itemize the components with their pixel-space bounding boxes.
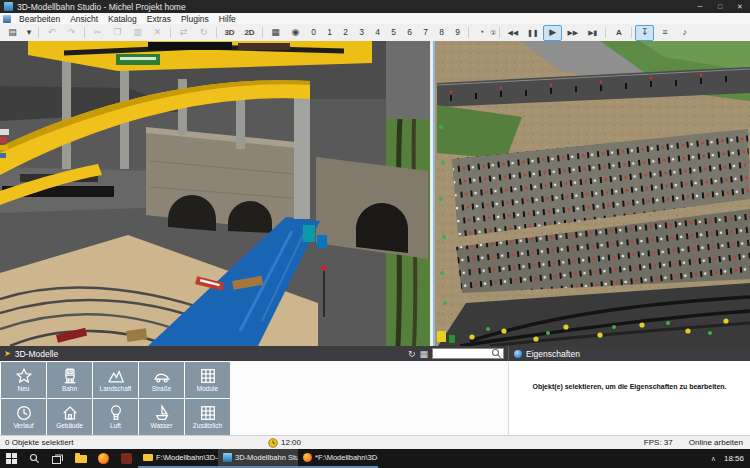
catalog-tile-luft[interactable]: Luft — [93, 399, 138, 435]
camera-preset-6[interactable]: 6 — [402, 25, 417, 41]
play-button[interactable]: ▶ — [543, 25, 562, 41]
catalog-tile-wasser[interactable]: Wasser — [139, 399, 184, 435]
save-dropdown-icon[interactable]: ▾ — [23, 25, 35, 41]
grid-icon[interactable]: ▦ — [266, 25, 285, 41]
pause-button[interactable]: ❚❚ — [523, 25, 542, 41]
menu-extras[interactable]: Extras — [142, 14, 176, 24]
copy-icon[interactable]: ❐ — [108, 25, 127, 41]
refresh-icon[interactable]: ↻ — [408, 349, 416, 359]
catalog-tile-module[interactable]: Module — [185, 362, 230, 398]
fps-counter: FPS: 37 — [644, 438, 673, 447]
taskbar-window-label: F:\Modellbahn\3D-M... — [156, 453, 218, 462]
rewind-button[interactable]: ◀◀ — [503, 25, 522, 41]
house-icon — [61, 404, 79, 422]
catalog-tile-landschaft[interactable]: Landschaft — [93, 362, 138, 398]
pinned-app-button[interactable] — [115, 449, 138, 468]
text-label-icon[interactable]: A — [609, 25, 628, 41]
maximize-button[interactable]: □ — [710, 0, 730, 13]
tray-expand-icon[interactable]: ∧ — [711, 455, 716, 463]
properties-body: Objekt(e) selektieren, um die Eigenschaf… — [508, 361, 750, 435]
menu-bearbeiten[interactable]: Bearbeiten — [14, 14, 65, 24]
camera-preset-0[interactable]: 0 — [306, 25, 321, 41]
sound-icon[interactable]: ♪ — [675, 25, 694, 41]
paste-icon[interactable]: ▥ — [128, 25, 147, 41]
view-2d-button[interactable]: 2D — [240, 25, 259, 41]
bottom-panel-body: Neu Bahn Landschaft — [0, 361, 750, 435]
taskbar-clock[interactable]: 18:56 — [724, 454, 744, 463]
catalog-tiles: Neu Bahn Landschaft — [0, 361, 231, 435]
camera-preset-4[interactable]: 4 — [370, 25, 385, 41]
toolbar-separator — [216, 27, 217, 38]
catalog-tile-bahn[interactable]: Bahn — [47, 362, 92, 398]
mirror-icon[interactable]: ⇄ — [174, 25, 193, 41]
taskbar-window-firefox[interactable]: *F:\Modellbahn\3D-... — [298, 449, 378, 468]
catalog-tile-gebaeude[interactable]: Gebäude — [47, 399, 92, 435]
camera-preset-7[interactable]: 7 — [418, 25, 433, 41]
fast-forward-button[interactable]: ▶▶ — [563, 25, 582, 41]
tile-label: Gebäude — [56, 423, 83, 430]
studio-app-icon — [223, 453, 232, 462]
taskbar-window-label: 3D-Modellbahn Studi... — [235, 453, 298, 462]
timer-icon[interactable]: ◔ — [472, 25, 491, 41]
toolbar-separator — [38, 27, 39, 38]
clock-icon — [15, 404, 33, 422]
search-icon — [29, 453, 40, 464]
tile-label: Neu — [18, 386, 30, 393]
windows-logo-icon — [6, 453, 17, 464]
toolbar-separator — [170, 27, 171, 38]
taskbar-window-studio[interactable]: 3D-Modellbahn Studi... — [218, 449, 298, 468]
status-bar: 0 Objekte selektiert 12:00 FPS: 37 Onlin… — [0, 435, 750, 449]
taskbar-search-button[interactable] — [23, 449, 46, 468]
tile-label: Bahn — [62, 386, 77, 393]
minimize-button[interactable]: ─ — [690, 0, 710, 13]
catalog-tile-zusaetzlich[interactable]: Zusätzlich — [185, 399, 230, 435]
close-button[interactable]: ✕ — [730, 0, 750, 13]
taskbar: F:\Modellbahn\3D-M... 3D-Modellbahn Stud… — [0, 449, 750, 468]
start-button[interactable] — [0, 449, 23, 468]
snap-to-ground-icon[interactable]: ↧ — [635, 25, 654, 41]
menu-plugins[interactable]: Plugins — [176, 14, 214, 24]
collapse-panel-icon[interactable]: ➤ — [4, 349, 11, 358]
menu-katalog[interactable]: Katalog — [103, 14, 142, 24]
left-3d-view — [0, 41, 430, 346]
grid-icon — [199, 404, 217, 422]
camera-preset-5[interactable]: 5 — [386, 25, 401, 41]
list-icon[interactable]: ≡ — [655, 25, 674, 41]
taskbar-window-label: *F:\Modellbahn\3D-... — [315, 453, 378, 462]
redo-icon[interactable]: ↷ — [62, 25, 81, 41]
menu-ansicht[interactable]: Ansicht — [65, 14, 103, 24]
tile-label: Zusätzlich — [193, 423, 222, 430]
camera-preset-3[interactable]: 3 — [354, 25, 369, 41]
rotate-icon[interactable]: ↻ — [194, 25, 213, 41]
delete-icon[interactable]: ✕ — [148, 25, 167, 41]
tile-label: Straße — [152, 386, 172, 393]
camera-preset-8[interactable]: 8 — [434, 25, 449, 41]
catalog-tile-neu[interactable]: Neu — [1, 362, 46, 398]
right-3d-view — [435, 41, 750, 346]
folder-icon — [143, 454, 153, 461]
viewport-3d[interactable] — [0, 41, 750, 346]
camera-preset-1[interactable]: 1 — [322, 25, 337, 41]
taskbar-window-explorer[interactable]: F:\Modellbahn\3D-M... — [138, 449, 218, 468]
task-view-button[interactable] — [46, 449, 69, 468]
camera-preset-2[interactable]: 2 — [338, 25, 353, 41]
view-mode-icon[interactable]: ▦ — [419, 349, 428, 359]
save-icon[interactable]: ▤ — [3, 25, 22, 41]
camera-preset-9[interactable]: 9 — [450, 25, 465, 41]
view-3d-button[interactable]: 3D — [220, 25, 239, 41]
undo-icon[interactable]: ↶ — [42, 25, 61, 41]
properties-header: Eigenschaften — [508, 346, 750, 361]
menu-hilfe[interactable]: Hilfe — [214, 14, 241, 24]
skip-end-button[interactable]: ▶▮ — [583, 25, 602, 41]
catalog-tile-verlauf[interactable]: Verlauf — [1, 399, 46, 435]
catalog-tile-strasse[interactable]: Straße — [139, 362, 184, 398]
balloon-icon — [107, 404, 125, 422]
app-window: 3D-Modellbahn Studio - Michel Projekt ho… — [0, 0, 750, 468]
viewport-3d-scene — [0, 41, 750, 346]
cut-icon[interactable]: ✂ — [88, 25, 107, 41]
toolbar-separator — [262, 27, 263, 38]
tool-bar: ▤ ▾ ↶ ↷ ✂ ❐ ▥ ✕ ⇄ ↻ 3D 2D ▦ ◉ 0 1 2 3 4 … — [0, 24, 750, 42]
firefox-button[interactable] — [92, 449, 115, 468]
file-explorer-button[interactable] — [69, 449, 92, 468]
camera-icon[interactable]: ◉ — [286, 25, 305, 41]
